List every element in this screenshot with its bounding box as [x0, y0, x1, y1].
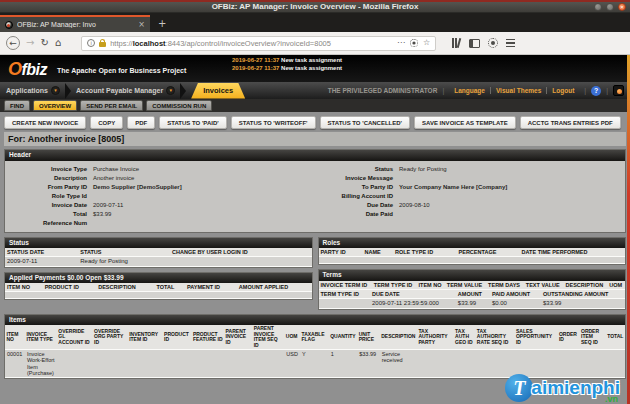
column-header: STATUS: [78, 248, 170, 257]
table-cell: [224, 350, 252, 378]
ofbiz-favicon-icon: [5, 21, 13, 29]
url-host: localhost: [133, 39, 166, 48]
table-cell: 2009-07-11: [5, 257, 78, 267]
new-tab-button[interactable]: +: [158, 19, 166, 29]
field-row: Due Date2009-08-10: [315, 201, 621, 210]
table-cell: [43, 292, 97, 299]
table-header-row: PARTY IDNAMEROLE TYPE IDPERCENTAGEDATE T…: [319, 248, 626, 257]
sidebar-icon[interactable]: [469, 39, 480, 48]
action-button[interactable]: COPY: [90, 116, 123, 129]
field-value: Demo Supplier [DemoSupplier]: [93, 183, 182, 192]
sub-tab[interactable]: SEND PER EMAIL: [80, 100, 143, 111]
pocket-icon[interactable]: [410, 39, 418, 47]
browser-toolbar: ← → ↻ ⌂ i https://localhost:8443/ap/cont…: [0, 32, 630, 55]
field-row: Invoice Date2009-07-11: [9, 201, 315, 210]
chevron-down-icon[interactable]: ▾: [166, 86, 175, 95]
url-text[interactable]: https://localhost:8443/ap/control/invoic…: [110, 39, 393, 48]
forward-icon[interactable]: →: [26, 38, 34, 48]
close-button[interactable]: ×: [618, 3, 626, 11]
column-header: ITEM NO: [5, 325, 25, 350]
status-table: STATUS DATESTATUSCHANGE BY USER LOGIN ID…: [5, 248, 312, 267]
field-value: 2009-08-10: [399, 201, 430, 210]
table-cell: [93, 350, 128, 378]
tab-close-icon[interactable]: ×: [138, 21, 145, 29]
column-header: TOTAL: [154, 283, 185, 292]
nav-link[interactable]: Visual Themes: [490, 87, 546, 94]
chevron-down-icon[interactable]: ▾: [51, 86, 60, 95]
window-controls: ×: [594, 3, 626, 11]
field-value: Ready for Posting: [399, 165, 447, 174]
tab-invoices[interactable]: Invoices: [191, 83, 245, 99]
account-icon[interactable]: [488, 38, 498, 48]
applications-menu[interactable]: Applications ▾: [6, 86, 60, 95]
sub-tab[interactable]: FIND: [4, 100, 30, 111]
library-icon[interactable]: [452, 38, 461, 48]
notification-time: 2019-06-27 11:37: [232, 57, 279, 63]
terms-detail-table: TERM TYPE IDDUE DATEAMOUNTPAID AMOUNTOUT…: [319, 290, 626, 309]
header-panel: Header Invoice TypePurchase InvoiceDescr…: [4, 149, 626, 233]
field-row: From Party IDDemo Supplier [DemoSupplier…: [9, 183, 315, 192]
panel-title: Status: [5, 238, 312, 249]
help-icon[interactable]: ?: [591, 86, 601, 96]
sub-tab[interactable]: OVERVIEW: [33, 100, 77, 111]
column-header: ITEM NO: [5, 283, 43, 292]
url-bar[interactable]: i https://localhost:8443/ap/control/invo…: [81, 36, 436, 51]
applied-payments-panel: Applied Payments $0.00 Open $33.99 ITEM …: [4, 272, 313, 301]
reload-icon[interactable]: ↻: [40, 38, 48, 48]
table-cell: $33.99: [357, 350, 380, 378]
back-icon[interactable]: ←: [6, 36, 20, 50]
terms-panel: Terms INVOICE TERM IDTERM TYPE IDITEM NO…: [318, 269, 627, 309]
table-cell: [163, 350, 192, 378]
field-label: Due Date: [315, 201, 393, 210]
column-header: PAID AMOUNT: [490, 290, 541, 299]
table-cell: [362, 257, 392, 264]
column-header: UOM: [284, 325, 300, 350]
column-header: TAX AUTH GEO ID: [454, 325, 476, 350]
nav-link[interactable]: Logout: [546, 87, 579, 94]
column-header: PARENT INVOICE ITEM SEQ ID: [252, 325, 284, 350]
table-cell: [454, 350, 476, 378]
column-header: DUE DATE: [370, 290, 456, 299]
action-button[interactable]: PDF: [127, 116, 155, 129]
account-payable-manager-menu[interactable]: Account Payable Manager ▾: [76, 86, 175, 95]
table-cell: 2009-07-11 23:59:59.000: [370, 298, 456, 308]
column-header: ORDER ID: [557, 325, 579, 350]
nav-links: LanguageVisual ThemesLogout: [449, 87, 579, 94]
action-button[interactable]: STATUS TO 'PAID': [159, 116, 226, 129]
home-icon[interactable]: ⌂: [55, 38, 61, 48]
data-table: INVOICE TERM IDTERM TYPE IDITEM NOTERM V…: [319, 281, 626, 290]
action-button[interactable]: CREATE NEW INVOICE: [4, 116, 86, 129]
sub-tab[interactable]: COMMISSION RUN: [146, 100, 212, 111]
action-button[interactable]: ACCTG TRANS ENTRIES PDF: [520, 116, 621, 129]
action-button[interactable]: STATUS TO 'WRITEOFF': [231, 116, 316, 129]
site-info-icon[interactable]: i: [87, 39, 95, 47]
notifications: 2019-06-27 11:37 New task assignment 201…: [232, 56, 342, 72]
ofbiz-header: Ofbiz The Apache Open for Business Proje…: [0, 55, 630, 82]
column-header: ROLE TYPE ID: [393, 248, 457, 257]
table-cell: [128, 350, 163, 378]
column-header: TAX AUTHORITY PARTY: [417, 325, 454, 350]
padlock-icon[interactable]: [99, 42, 106, 47]
page-actions-icon[interactable]: ⋯: [397, 39, 405, 47]
data-table: STATUS DATESTATUSCHANGE BY USER LOGIN ID…: [5, 248, 312, 267]
nav-separator: [65, 83, 71, 99]
column-header: PAYMENT ID: [185, 283, 237, 292]
nav-link[interactable]: Language: [449, 87, 490, 94]
table-cell: [96, 292, 154, 299]
minimize-button[interactable]: [594, 3, 602, 11]
action-button[interactable]: STATUS TO 'CANCELLED': [320, 116, 411, 129]
bookmark-star-icon[interactable]: ☆: [423, 39, 430, 47]
maximize-button[interactable]: [606, 3, 614, 11]
field-row: Date Paid: [315, 210, 621, 219]
alert-icon[interactable]: [613, 85, 624, 96]
browser-tab[interactable]: OFBiz: AP Manager: Invo ×: [0, 15, 150, 32]
field-value: Your Company Name Here [Company]: [399, 183, 507, 192]
panel-title: Terms: [319, 270, 626, 281]
action-button[interactable]: SAVE INVOICE AS TEMPLATE: [414, 116, 516, 129]
window-title: OFBiz: AP Manager: Invoice Overview - Mo…: [212, 3, 419, 11]
logo-o: O: [8, 59, 22, 79]
column-header: ITEM NO: [417, 281, 445, 290]
column-header: TERM VALUE: [445, 281, 486, 290]
hamburger-menu-icon[interactable]: [506, 39, 515, 48]
manager-label: Account Payable Manager: [76, 87, 163, 94]
